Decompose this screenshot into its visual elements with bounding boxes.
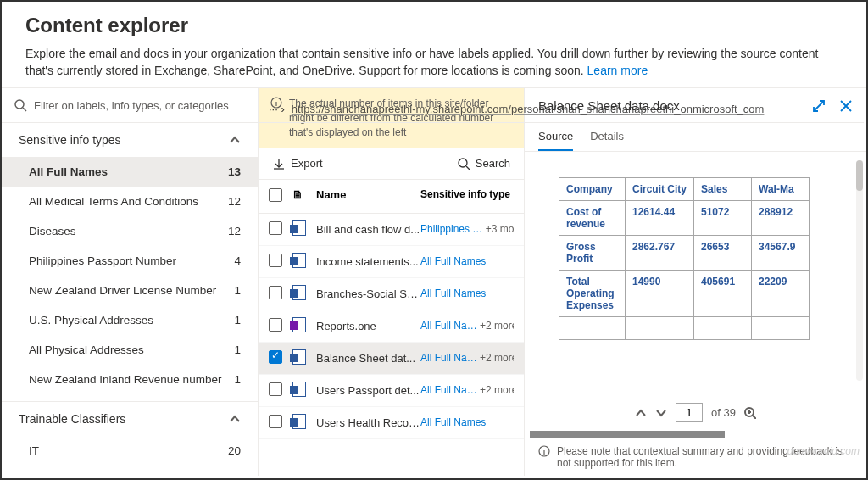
scrollbar[interactable] — [856, 160, 863, 381]
word-file-icon — [292, 414, 306, 429]
row-checkbox[interactable] — [269, 350, 282, 364]
tab-details[interactable]: Details — [590, 123, 624, 151]
breadcrumb[interactable]: ··· › https://shanchanapreethi-my.sharep… — [259, 96, 864, 123]
row-checkbox[interactable] — [269, 286, 282, 299]
page-title: Content explorer — [25, 14, 843, 37]
sidebar-item[interactable]: All Full Names13 — [2, 157, 258, 187]
svg-point-7 — [459, 159, 467, 167]
page-description: Explore the email and docs in your organ… — [25, 46, 843, 79]
file-list-panel: The actual number of items in this site/… — [259, 88, 525, 476]
document-viewer[interactable]: CompanyCircuit CitySalesWal-MaCost of re… — [525, 152, 866, 394]
svg-line-1 — [23, 108, 26, 111]
export-button[interactable]: Export — [272, 157, 323, 170]
select-all-checkbox[interactable] — [269, 188, 282, 202]
sidebar-item[interactable]: Diseases12 — [2, 216, 258, 246]
info-icon — [538, 445, 550, 457]
column-name[interactable]: Name — [316, 188, 420, 204]
file-row[interactable]: Users Passport det... All Full Na… +2 mo… — [259, 375, 524, 407]
learn-more-link[interactable]: Learn more — [587, 64, 648, 77]
file-row[interactable]: Balance Sheet dat... All Full Na… +2 mor… — [259, 343, 524, 375]
page-input[interactable] — [676, 403, 703, 422]
row-checkbox[interactable] — [269, 318, 282, 332]
search-button[interactable]: Search — [457, 157, 510, 170]
search-icon — [14, 98, 27, 112]
filter-input[interactable]: Filter on labels, info types, or categor… — [14, 95, 246, 115]
section-sensitive-types[interactable]: Sensitive info types — [2, 123, 258, 157]
section-trainable-classifiers[interactable]: Trainable Classifiers — [2, 402, 258, 436]
sidebar: Filter on labels, info types, or categor… — [2, 88, 259, 476]
sidebar-item[interactable]: Philippines Passport Number4 — [2, 246, 258, 276]
file-row[interactable]: Users Health Recor... All Full Names — [259, 407, 524, 439]
word-file-icon — [292, 382, 306, 397]
row-checkbox[interactable] — [269, 254, 282, 267]
word-file-icon — [292, 349, 306, 365]
tab-source[interactable]: Source — [538, 123, 573, 151]
file-row[interactable]: Branches-Social Se... All Full Names — [259, 278, 524, 310]
download-icon — [272, 157, 286, 170]
pager: of 39 — [525, 394, 866, 431]
sidebar-item[interactable]: All Physical Addresses1 — [2, 335, 258, 365]
zoom-in-icon[interactable] — [744, 407, 756, 419]
preview-panel: Balance Sheet data.docx Source Details C… — [525, 88, 866, 476]
word-file-icon — [292, 253, 306, 268]
row-checkbox[interactable] — [269, 221, 282, 235]
word-file-icon — [292, 220, 306, 236]
sidebar-item[interactable]: IT20 — [2, 436, 258, 466]
file-row[interactable]: Income statements... All Full Names — [259, 246, 524, 278]
sidebar-item[interactable]: All Medical Terms And Conditions12 — [2, 187, 258, 216]
svg-line-8 — [466, 166, 470, 170]
chevron-up-icon — [229, 413, 241, 425]
file-row[interactable]: Reports.one All Full Na… +2 more — [259, 310, 524, 343]
sidebar-item[interactable]: New Zealand Inland Revenue number1 — [2, 365, 258, 394]
column-sensitive-info[interactable]: Sensitive info type — [420, 188, 514, 204]
svg-line-13 — [753, 416, 756, 419]
prev-page-icon[interactable] — [635, 407, 647, 419]
file-table-header: 🗎 Name Sensitive info type — [259, 180, 524, 214]
svg-point-0 — [15, 100, 24, 109]
row-checkbox[interactable] — [269, 415, 282, 428]
row-checkbox[interactable] — [269, 382, 282, 396]
horizontal-scrollbar[interactable] — [530, 431, 725, 438]
sidebar-item[interactable]: U.S. Physical Addresses1 — [2, 305, 258, 335]
file-row[interactable]: Bill and cash flow d... Philippines … +3… — [259, 214, 524, 246]
one-file-icon — [292, 317, 306, 332]
word-file-icon — [292, 285, 306, 300]
document-data-table: CompanyCircuit CitySalesWal-MaCost of re… — [559, 177, 810, 340]
sidebar-item[interactable]: New Zealand Driver License Number1 — [2, 276, 258, 305]
watermark: dominoroid.com — [787, 445, 860, 457]
search-icon — [457, 157, 470, 170]
chevron-up-icon — [229, 134, 241, 146]
next-page-icon[interactable] — [655, 407, 667, 419]
file-type-icon: 🗎 — [292, 188, 316, 204]
